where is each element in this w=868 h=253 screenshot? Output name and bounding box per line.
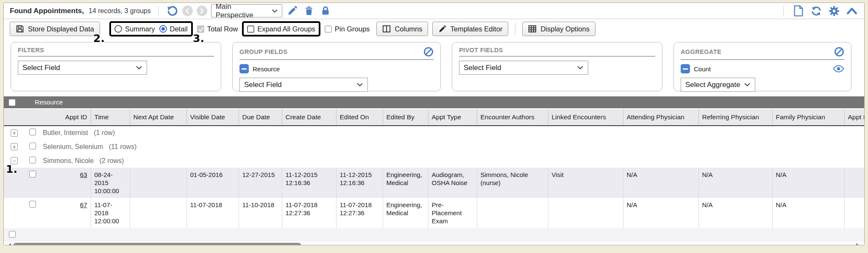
clear-aggregate-icon[interactable] <box>834 47 844 57</box>
cell-next-apt-date <box>130 198 186 228</box>
cell-family-physician: N/A <box>772 168 844 198</box>
delete-perspective-icon[interactable] <box>303 5 315 17</box>
group-checkbox[interactable] <box>29 157 36 163</box>
cell-attending-physician: N/A <box>623 198 698 228</box>
expand-all-groups-checkbox[interactable]: Expand All Groups <box>247 25 315 33</box>
radio-icon <box>114 25 122 33</box>
group-name: Simmons, Nicole <box>43 157 94 164</box>
perspective-select-value: Main Perspective <box>216 3 266 20</box>
expander-column-header <box>4 109 23 126</box>
column-header[interactable]: Next Apt Date <box>130 109 186 126</box>
column-header[interactable]: Family Physician <box>772 109 844 126</box>
cell-appt-re <box>844 198 865 228</box>
column-header[interactable]: Edited On <box>336 109 383 126</box>
column-header[interactable]: Due Date <box>239 109 282 126</box>
cell-appt-re <box>844 168 865 198</box>
column-header[interactable]: Attending Physician <box>623 109 698 126</box>
aggregate-select[interactable]: Select Aggregate <box>681 78 755 92</box>
select-all-checkbox[interactable] <box>9 99 15 106</box>
detail-radio[interactable]: Detail <box>159 25 188 33</box>
remove-field-icon[interactable] <box>239 64 249 73</box>
new-document-icon[interactable] <box>792 5 805 17</box>
summary-radio[interactable]: Summary <box>114 25 155 33</box>
scroll-left-icon[interactable] <box>7 243 11 245</box>
scrollbar-thumb[interactable] <box>13 243 301 245</box>
group-row-count: (11 rows) <box>109 143 137 150</box>
column-header[interactable]: Edited By <box>383 109 428 126</box>
pivot-fields-title: PIVOT FIELDS <box>459 47 503 53</box>
history-forward-icon[interactable] <box>197 6 207 16</box>
clear-group-fields-icon[interactable] <box>423 47 434 57</box>
column-header[interactable]: Appt Re <box>844 109 865 126</box>
history-back-icon[interactable] <box>182 6 193 16</box>
page-title: Found Appointments, <box>10 7 84 15</box>
display-options-button[interactable]: Display Options <box>522 22 595 36</box>
cell-referring-physician: N/A <box>698 168 772 198</box>
column-header[interactable]: Time <box>91 109 130 126</box>
edit-perspective-icon[interactable] <box>286 5 299 17</box>
group-row-butler: + Butler, Internist (1 row) <box>4 126 865 140</box>
group-fields-select-field[interactable]: Select Field <box>239 78 368 92</box>
store-displayed-data-label: Store Displayed Data <box>28 25 94 33</box>
chevron-down-icon <box>136 65 142 70</box>
column-header[interactable]: Encounter Authors <box>477 109 548 126</box>
horizontal-scrollbar[interactable] <box>4 241 864 245</box>
total-row-label: Total Row <box>207 25 238 33</box>
annotation-step-1: 1. <box>6 163 17 175</box>
undo-icon[interactable] <box>166 5 178 17</box>
row-checkbox[interactable] <box>29 171 36 177</box>
group-fields-select-value: Select Field <box>244 81 282 89</box>
column-header[interactable]: Referring Physician <box>698 109 772 126</box>
expand-all-groups-highlight-box: Expand All Groups <box>242 21 320 37</box>
radio-checked-icon <box>159 25 167 33</box>
footer-checkbox[interactable] <box>9 231 16 238</box>
appointments-table: Appt ID Time Next Apt Date Visible Date … <box>4 108 865 228</box>
gear-icon[interactable] <box>828 5 840 17</box>
expand-group-icon[interactable]: + <box>11 143 18 150</box>
pivot-fields-select-field[interactable]: Select Field <box>459 61 588 75</box>
cell-edited-by: Engineering, Medical <box>383 198 428 228</box>
column-header[interactable]: Appt Type <box>428 109 477 126</box>
lock-perspective-icon[interactable] <box>319 5 332 17</box>
column-header[interactable]: Visible Date <box>186 109 239 126</box>
filters-select-field[interactable]: Select Field <box>18 61 147 75</box>
column-header[interactable]: Create Date <box>282 109 336 126</box>
divider <box>783 6 784 17</box>
pin-groups-checkbox[interactable]: Pin Groups <box>325 25 370 33</box>
filters-panel: FILTERS Select Field <box>11 42 221 91</box>
column-header[interactable]: Appt ID <box>42 109 91 126</box>
summary-detail-highlight-box: Summary Detail <box>109 21 193 37</box>
divider <box>158 6 159 17</box>
cell-family-physician: N/A <box>772 198 844 228</box>
scroll-right-icon[interactable] <box>856 243 860 245</box>
templates-editor-button[interactable]: Templates Editor <box>432 22 508 36</box>
column-header[interactable]: Linked Encounters <box>548 109 623 126</box>
cell-visible-date: 11-07-2018 <box>186 198 239 228</box>
cell-create-date: 11-12-2015 12:16:36 <box>282 168 336 198</box>
perspective-select[interactable]: Main Perspective <box>211 4 282 17</box>
table-row: 63 08-24-2015 10:00:00 01-05-2016 12-27-… <box>4 168 865 198</box>
chevron-down-icon <box>577 65 584 70</box>
checkbox-icon <box>325 25 332 33</box>
store-displayed-data-button[interactable]: Store Displayed Data <box>10 22 100 36</box>
columns-button[interactable]: Columns <box>376 22 428 36</box>
cell-time: 08-24-2015 10:00:00 <box>91 168 130 198</box>
pin-groups-label: Pin Groups <box>335 25 370 33</box>
collapse-panel-icon[interactable] <box>846 5 858 17</box>
refresh-icon[interactable] <box>810 5 823 17</box>
templates-editor-label: Templates Editor <box>450 25 502 33</box>
appt-id-link[interactable]: 63 <box>80 171 87 178</box>
group-checkbox[interactable] <box>29 143 36 149</box>
aggregate-panel: AGGREGATE Count Select Aggregate <box>673 42 851 91</box>
record-count: 14 records, 3 groups <box>89 7 151 15</box>
group-checkbox[interactable] <box>29 129 36 135</box>
expand-group-icon[interactable]: + <box>11 129 18 137</box>
visibility-eye-icon[interactable] <box>833 65 844 73</box>
total-row-checkbox[interactable]: Total Row <box>197 25 238 33</box>
appt-id-link[interactable]: 67 <box>80 201 87 208</box>
filters-title: FILTERS <box>18 47 44 53</box>
cell-appt-type: Pre-Placement Exam <box>428 198 477 228</box>
remove-aggregate-icon[interactable] <box>681 64 690 73</box>
row-checkbox[interactable] <box>29 201 36 208</box>
group-name: Selenium, Selenium <box>43 143 103 150</box>
